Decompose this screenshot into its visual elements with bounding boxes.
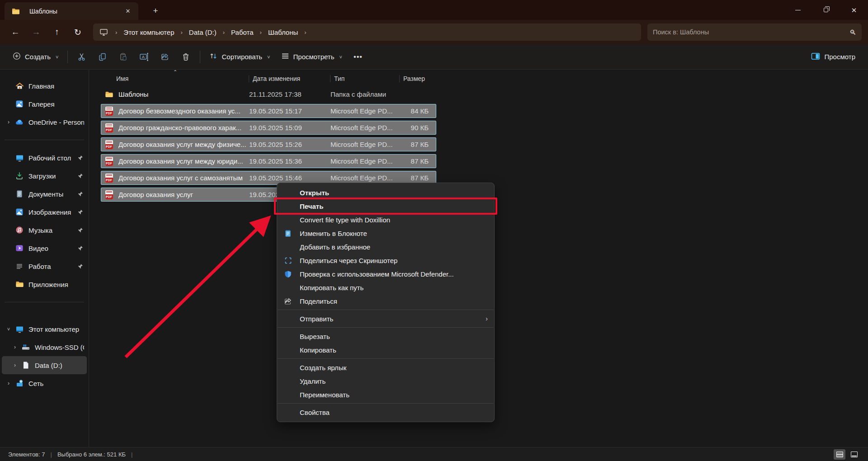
tab-shablony[interactable]: Шаблоны ✕ xyxy=(5,2,138,20)
file-row[interactable]: Договор гражданско-правового харак... 19… xyxy=(101,121,436,135)
search-icon[interactable]: 🔍︎ xyxy=(849,28,856,36)
documents-icon xyxy=(14,189,24,198)
forward-button[interactable]: → xyxy=(27,24,45,40)
menu-item-send-to[interactable]: Отправить › xyxy=(277,312,494,325)
pdf-icon xyxy=(104,157,114,166)
list-lines-icon xyxy=(281,52,289,61)
menu-item-properties[interactable]: Свойства xyxy=(277,405,494,419)
sidebar-item-videos[interactable]: Видео xyxy=(2,239,87,257)
menu-item-open[interactable]: Открыть xyxy=(277,186,494,199)
menu-item-convert-doxillion[interactable]: Convert file type with Doxillion xyxy=(277,213,494,226)
sidebar-item-windows-ssd[interactable]: › Windows-SSD (C:) xyxy=(2,338,87,356)
notepad-icon xyxy=(283,229,292,237)
breadcrumb-data-d[interactable]: Data (D:) xyxy=(185,27,220,38)
menu-item-copy[interactable]: Копировать xyxy=(277,343,494,357)
minimize-button[interactable] xyxy=(784,0,812,20)
breadcrumb-rabota[interactable]: Работа xyxy=(227,27,257,38)
menu-item-share-screenshoter[interactable]: Поделиться через Скриншотер xyxy=(277,254,494,267)
copy-button[interactable] xyxy=(92,48,113,66)
maximize-button[interactable] xyxy=(812,0,840,20)
view-button[interactable]: Просмотреть ˅ xyxy=(276,48,348,66)
menu-item-rename[interactable]: Переименовать xyxy=(277,388,494,401)
close-button[interactable]: ✕ xyxy=(840,0,868,20)
drive-c-icon xyxy=(21,343,31,352)
sidebar-divider xyxy=(5,302,84,302)
cut-button[interactable] xyxy=(71,48,92,66)
details-view-icon xyxy=(836,452,843,457)
this-pc-icon xyxy=(99,28,108,37)
more-options-button[interactable]: ••• xyxy=(348,48,368,66)
menu-item-print[interactable]: Печать xyxy=(277,199,494,213)
menu-item-create-shortcut[interactable]: Создать ярлык xyxy=(277,361,494,374)
menu-item-add-favorites[interactable]: Добавить в избранное xyxy=(277,240,494,254)
network-icon xyxy=(14,379,24,388)
share-button[interactable] xyxy=(155,48,175,66)
sort-label: Сортировать xyxy=(222,53,262,61)
paste-button[interactable] xyxy=(113,48,134,66)
details-view-button[interactable] xyxy=(834,449,845,460)
gallery-icon xyxy=(14,99,24,108)
menu-item-delete[interactable]: Удалить xyxy=(277,374,494,388)
file-row[interactable]: Договор оказания услуг между юриди... 19… xyxy=(101,154,436,168)
menu-separator xyxy=(278,310,494,310)
title-bar: Шаблоны ✕ + ✕ xyxy=(0,0,868,20)
up-button[interactable]: ↑ xyxy=(48,24,66,40)
sidebar-item-downloads[interactable]: Загрузки xyxy=(2,167,87,185)
search-box[interactable]: 🔍︎ xyxy=(647,24,862,41)
menu-item-scan-defender[interactable]: Проверка с использованием Microsoft Defe… xyxy=(277,267,494,281)
breadcrumb-shablony[interactable]: Шаблоны xyxy=(264,27,302,38)
sidebar-item-documents[interactable]: Документы xyxy=(2,185,87,203)
rename-button[interactable]: A xyxy=(134,48,155,66)
column-header-type[interactable]: Тип xyxy=(330,75,399,82)
sidebar-item-apps[interactable]: Приложения xyxy=(2,275,87,293)
menu-item-share[interactable]: Поделиться xyxy=(277,294,494,308)
sidebar-item-desktop[interactable]: Рабочий стол xyxy=(2,149,87,167)
share-icon xyxy=(283,297,292,305)
menu-item-cut[interactable]: Вырезать xyxy=(277,329,494,343)
large-icons-view-icon xyxy=(851,452,858,457)
new-tab-button[interactable]: + xyxy=(149,5,162,17)
sidebar-item-pictures[interactable]: Изображения xyxy=(2,203,87,221)
file-row[interactable]: Договор оказания услуг между физиче... 1… xyxy=(101,137,436,151)
tab-close-icon[interactable]: ✕ xyxy=(122,5,134,17)
sort-button[interactable]: Сортировать ˅ xyxy=(204,48,275,66)
column-header-size[interactable]: Размер xyxy=(399,75,435,82)
chevron-right-icon: › xyxy=(3,119,14,125)
sidebar-item-network[interactable]: › Сеть xyxy=(2,374,87,392)
sidebar-item-home[interactable]: Главная xyxy=(2,77,87,95)
pdf-icon xyxy=(104,190,114,199)
pin-icon xyxy=(77,245,84,251)
column-header-date[interactable]: Дата изменения xyxy=(249,75,330,82)
menu-item-copy-path[interactable]: Копировать как путь xyxy=(277,281,494,294)
file-row-folder[interactable]: Шаблоны 21.11.2025 17:38 Папка с файлами xyxy=(101,87,436,101)
sidebar-item-onedrive[interactable]: › OneDrive - Persona xyxy=(2,113,87,131)
pdf-icon xyxy=(104,107,114,116)
delete-button[interactable] xyxy=(175,48,196,66)
create-button[interactable]: Создать ˅ xyxy=(7,48,64,66)
back-button[interactable]: ← xyxy=(6,24,24,40)
column-header-name[interactable]: Имя xyxy=(101,75,249,82)
chevron-right-icon: › xyxy=(9,344,21,350)
sidebar-item-gallery[interactable]: Галерея xyxy=(2,95,87,113)
file-row[interactable]: Договор безвозмездного оказания ус... 19… xyxy=(101,104,436,118)
menu-item-edit-notepad[interactable]: Изменить в Блокноте xyxy=(277,226,494,240)
sidebar-item-rabota[interactable]: Работа xyxy=(2,257,87,275)
sidebar-item-this-pc[interactable]: ˅ Этот компьютер xyxy=(2,320,87,338)
explorer-window: Шаблоны ✕ + ✕ ← → ↑ ↻ › Этот компьютер ›… xyxy=(0,0,868,461)
videos-icon xyxy=(14,244,24,253)
breadcrumb-this-pc[interactable]: Этот компьютер xyxy=(120,27,178,38)
search-input[interactable] xyxy=(653,28,849,36)
status-bar: Элементов: 7 | Выбрано 6 элем.: 521 КБ | xyxy=(0,447,868,461)
sidebar-item-data-d[interactable]: › Data (D:) xyxy=(2,356,87,374)
menu-separator xyxy=(278,403,494,404)
defender-shield-icon xyxy=(283,270,292,278)
preview-button[interactable]: Просмотр xyxy=(806,48,861,66)
sidebar-item-music[interactable]: Музыка xyxy=(2,221,87,239)
command-bar: Создать ˅ A Сортировать ˅ xyxy=(0,44,868,70)
breadcrumb[interactable]: › Этот компьютер › Data (D:) › Работа › … xyxy=(93,24,641,41)
refresh-button[interactable]: ↻ xyxy=(69,24,87,40)
items-count: Элементов: 7 xyxy=(8,451,45,458)
large-icons-view-button[interactable] xyxy=(848,449,860,460)
navigation-pane: Главная Галерея › OneDrive - Persona Раб… xyxy=(0,70,89,447)
pin-icon xyxy=(77,263,84,269)
